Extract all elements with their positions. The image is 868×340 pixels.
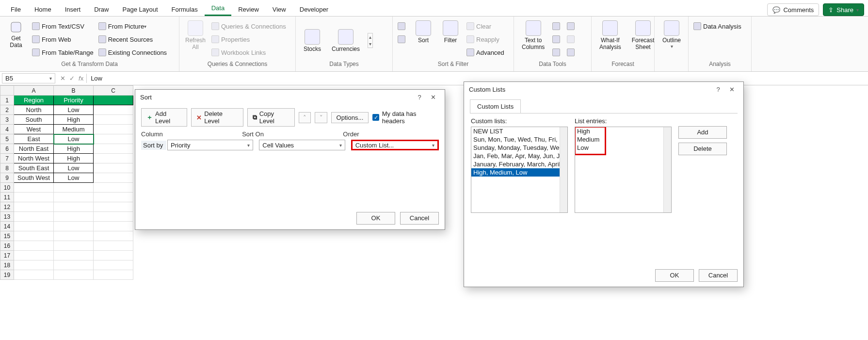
menu-view[interactable]: View [266, 3, 293, 16]
cell-A16[interactable] [14, 241, 54, 251]
workbook-links-button[interactable]: Workbook Links [211, 47, 286, 58]
cell-B3[interactable]: High [54, 115, 94, 125]
cell-C19[interactable] [94, 270, 133, 280]
menu-insert[interactable]: Insert [58, 3, 88, 16]
row-header-9[interactable]: 9 [0, 173, 14, 183]
help-icon[interactable]: ? [711, 86, 725, 93]
row-header-3[interactable]: 3 [0, 115, 14, 125]
data-validation-button[interactable] [552, 47, 562, 58]
row-header-2[interactable]: 2 [0, 105, 14, 115]
cell-A1[interactable]: Region [14, 96, 54, 105]
existing-connections-button[interactable]: Existing Connections [98, 47, 167, 58]
custom-delete-button[interactable]: Delete [678, 143, 727, 155]
row-header-7[interactable]: 7 [0, 154, 14, 163]
stocks-button[interactable]: Stocks [301, 29, 324, 52]
row-header-8[interactable]: 8 [0, 163, 14, 173]
cell-B18[interactable] [54, 260, 94, 270]
list-entry-item[interactable]: Medium [575, 135, 671, 144]
custom-list-item[interactable]: High, Medium, Low [471, 168, 567, 177]
cell-A7[interactable]: North West [14, 154, 54, 163]
cell-C16[interactable] [94, 241, 133, 251]
help-icon[interactable]: ? [413, 94, 426, 101]
menu-home[interactable]: Home [28, 3, 58, 16]
remove-duplicates-button[interactable] [552, 33, 562, 45]
sort-asc-button[interactable] [398, 20, 407, 32]
row-header-16[interactable]: 16 [0, 241, 14, 251]
cell-B17[interactable] [54, 251, 94, 260]
close-icon[interactable]: ✕ [725, 86, 739, 93]
menu-draw[interactable]: Draw [87, 3, 115, 16]
cell-C7[interactable] [94, 154, 133, 163]
cell-C17[interactable] [94, 251, 133, 260]
sort-desc-button[interactable] [398, 33, 407, 45]
sort-button[interactable]: Sort [412, 20, 434, 44]
from-picture-button[interactable]: From Picture ▾ [98, 20, 167, 32]
select-all-cell[interactable] [0, 86, 14, 96]
cell-C15[interactable] [94, 231, 133, 241]
filter-button[interactable]: Filter [439, 20, 462, 44]
row-header-10[interactable]: 10 [0, 183, 14, 193]
cell-A18[interactable] [14, 260, 54, 270]
custom-lists-listbox[interactable]: NEW LISTSun, Mon, Tue, Wed, Thu, Fri, Sa… [471, 127, 568, 213]
cell-A9[interactable]: South West [14, 173, 54, 183]
cell-B16[interactable] [54, 241, 94, 251]
cell-A11[interactable] [14, 193, 54, 202]
consolidate-button[interactable] [567, 20, 577, 32]
flash-fill-button[interactable] [552, 20, 562, 32]
menu-developer[interactable]: Developer [293, 3, 335, 16]
custom-add-button[interactable]: Add [678, 126, 727, 139]
cell-B14[interactable] [54, 222, 94, 231]
cell-A19[interactable] [14, 270, 54, 280]
custom-list-item[interactable]: Jan, Feb, Mar, Apr, May, Jun, Jul, Au [471, 152, 567, 160]
sort-cancel-button[interactable]: Cancel [400, 212, 439, 225]
row-header-4[interactable]: 4 [0, 125, 14, 134]
data-types-nav[interactable]: ▴▾ [368, 33, 373, 48]
cell-C3[interactable] [94, 115, 133, 125]
cell-B4[interactable]: Medium [54, 125, 94, 134]
custom-cancel-button[interactable]: Cancel [699, 269, 738, 282]
sort-column-dropdown[interactable]: Priority▾ [167, 140, 253, 150]
col-header-A[interactable]: A [14, 86, 54, 96]
data-model-button[interactable] [567, 47, 577, 58]
row-header-19[interactable]: 19 [0, 270, 14, 280]
text-to-columns-button[interactable]: Text to Columns [519, 20, 547, 50]
cell-B10[interactable] [54, 183, 94, 193]
get-data-button[interactable]: Get Data [5, 20, 27, 49]
refresh-all-button[interactable]: Refresh All [184, 20, 207, 50]
menu-data[interactable]: Data [205, 1, 231, 16]
cell-A10[interactable] [14, 183, 54, 193]
menu-page-layout[interactable]: Page Layout [116, 3, 165, 16]
row-header-18[interactable]: 18 [0, 260, 14, 270]
cell-A3[interactable]: South [14, 115, 54, 125]
cell-B9[interactable]: Low [54, 173, 94, 183]
headers-checkbox[interactable]: ✓ [372, 114, 379, 121]
col-header-C[interactable]: C [94, 86, 133, 96]
currencies-button[interactable]: Currencies [329, 29, 363, 52]
cell-B19[interactable] [54, 270, 94, 280]
row-header-17[interactable]: 17 [0, 251, 14, 260]
sort-ok-button[interactable]: OK [356, 212, 395, 225]
row-header-12[interactable]: 12 [0, 202, 14, 212]
cell-A5[interactable]: East [14, 134, 54, 144]
cell-C5[interactable] [94, 134, 133, 144]
forecast-sheet-button[interactable]: Forecast Sheet [629, 20, 658, 50]
menu-file[interactable]: File [4, 3, 28, 16]
cell-C18[interactable] [94, 260, 133, 270]
custom-ok-button[interactable]: OK [655, 269, 694, 282]
custom-list-item[interactable]: Sunday, Monday, Tuesday, Wednes [471, 144, 567, 152]
cell-C13[interactable] [94, 212, 133, 222]
recent-sources-button[interactable]: Recent Sources [98, 33, 167, 45]
fx-icon[interactable]: fx [79, 75, 83, 82]
custom-list-item[interactable]: Sun, Mon, Tue, Wed, Thu, Fri, Sat [471, 135, 567, 144]
custom-list-item[interactable]: NEW LIST [471, 127, 567, 135]
row-header-11[interactable]: 11 [0, 193, 14, 202]
row-header-15[interactable]: 15 [0, 231, 14, 241]
cell-B2[interactable]: Low [54, 105, 94, 115]
cell-A12[interactable] [14, 202, 54, 212]
row-header-14[interactable]: 14 [0, 222, 14, 231]
cell-C10[interactable] [94, 183, 133, 193]
cell-A13[interactable] [14, 212, 54, 222]
cell-A4[interactable]: West [14, 125, 54, 134]
cell-B5[interactable]: Low [54, 134, 94, 144]
cell-A17[interactable] [14, 251, 54, 260]
